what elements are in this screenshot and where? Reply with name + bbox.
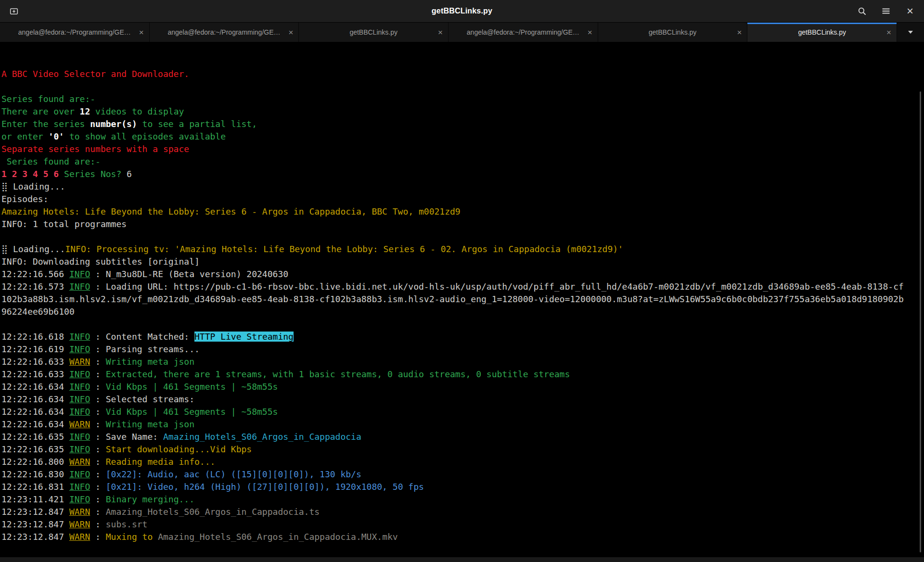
terminal-line: 1 2 3 4 5 6 Series Nos? 6	[1, 168, 924, 180]
tab-5[interactable]: getBBCLinks.py×	[598, 23, 748, 42]
text-segment: 12:23:12.847	[1, 519, 69, 529]
text-segment: HTTP Live Streaming	[194, 332, 294, 342]
tab-label: getBBCLinks.py	[798, 28, 846, 36]
text-segment: 12:22:16.633	[1, 369, 69, 379]
text-segment: Binary merging...	[106, 494, 194, 504]
text-segment: Series found are:-	[1, 94, 95, 104]
tab-close-icon[interactable]: ×	[737, 28, 742, 37]
text-segment: WARN	[69, 507, 90, 517]
text-segment: INFO	[69, 382, 90, 392]
window-bottom-edge	[0, 557, 924, 562]
text-segment: :	[90, 419, 106, 429]
text-segment: videos to display	[90, 106, 184, 116]
terminal-line: Amazing Hotels: Life Beyond the Lobby: S…	[1, 205, 924, 218]
text-segment: 12:22:16.566	[1, 269, 69, 279]
terminal-line: 12:22:16.634 INFO : Selected streams:	[1, 393, 924, 406]
text-segment: Start downloading...Vid Kbps	[106, 444, 252, 454]
tab-label: angela@fedora:~/Programming/GE…	[18, 28, 131, 36]
terminal-line: 12:22:16.634 INFO : Vid Kbps | 461 Segme…	[1, 406, 924, 418]
search-button[interactable]	[854, 3, 870, 19]
terminal-line: 12:22:16.573 INFO : Loading URL: https:/…	[1, 281, 924, 293]
text-segment: 6	[127, 169, 132, 179]
text-segment: : Loading URL: https://pub-c1-b6-rbsov-b…	[90, 281, 904, 292]
text-segment: 12:22:16.634	[1, 382, 69, 392]
text-segment: INFO	[69, 269, 90, 279]
text-segment: There are over	[1, 106, 80, 116]
terminal-line: 12:22:16.634 INFO : Vid Kbps | 461 Segme…	[1, 381, 924, 393]
text-segment: Series Nos?	[59, 169, 127, 179]
text-segment: :	[90, 494, 106, 504]
tab-3[interactable]: getBBCLinks.py×	[299, 23, 449, 42]
terminal-line: INFO: Downloading subtitles [original]	[1, 255, 924, 268]
new-tab-icon	[10, 7, 18, 15]
text-segment: 102b3a88b3.ism.hlsv2.ism/vf_m0021zdb_d34…	[1, 294, 904, 304]
new-tab-button[interactable]	[6, 3, 22, 19]
tab-close-icon[interactable]: ×	[139, 28, 144, 37]
terminal-line: 12:23:11.421 INFO : Binary merging...	[1, 493, 924, 506]
text-segment: ⣿ Loading...	[1, 181, 65, 192]
terminal-line: 12:22:16.566 INFO : N_m3u8DL-RE (Beta ve…	[1, 268, 924, 281]
header-left	[6, 3, 22, 19]
chevron-down-icon	[908, 31, 913, 34]
text-segment: 12:23:11.421	[1, 494, 69, 504]
terminal-line: 12:23:12.847 WARN : Muxing to Amazing_Ho…	[1, 531, 924, 543]
text-segment: Vid Kbps | 461 Segments | ~58m55s	[106, 382, 278, 392]
terminal-line: INFO: 1 total programmes	[1, 218, 924, 230]
tab-2[interactable]: angela@fedora:~/Programming/GE…×	[150, 23, 299, 42]
text-segment: Enter the series	[1, 119, 90, 129]
terminal-line: 12:22:16.633 INFO : Extracted, there are…	[1, 368, 924, 381]
close-window-button[interactable]: ×	[902, 3, 918, 19]
terminal-output[interactable]: A BBC Video Selector and Downloader.Seri…	[0, 42, 924, 562]
text-segment: 12:22:16.633	[1, 357, 69, 367]
text-segment: 12:22:16.634	[1, 407, 69, 417]
window-title: getBBCLinks.py	[432, 7, 492, 15]
terminal-line: Series found are:-	[1, 93, 924, 105]
text-segment: 12:23:12.847	[1, 507, 69, 517]
terminal-line: 12:22:16.635 INFO : Save Name: Amazing_H…	[1, 431, 924, 443]
text-segment: subs.srt	[106, 519, 148, 529]
tab-label: angela@fedora:~/Programming/GE…	[167, 28, 280, 36]
text-segment: :	[90, 482, 106, 492]
text-segment: WARN	[69, 532, 90, 542]
terminal-line	[1, 80, 924, 93]
text-segment: 12:22:16.619	[1, 344, 69, 354]
scrollbar[interactable]	[920, 91, 921, 552]
text-segment: A BBC Video Selector and Downloader.	[1, 69, 189, 79]
tab-1[interactable]: angela@fedora:~/Programming/GE…×	[0, 23, 150, 42]
tab-overflow-button[interactable]	[897, 23, 924, 42]
text-segment: 12:22:16.830	[1, 469, 69, 479]
tab-strip: angela@fedora:~/Programming/GE…×angela@f…	[0, 23, 897, 42]
terminal-line: ⣿ Loading...	[1, 180, 924, 193]
text-segment: INFO	[69, 344, 90, 354]
tab-close-icon[interactable]: ×	[438, 28, 443, 37]
text-segment: Writing meta json	[106, 357, 194, 367]
hamburger-menu-icon	[882, 7, 890, 15]
text-segment: : N_m3u8DL-RE (Beta version) 20240630	[90, 269, 288, 279]
text-segment: :	[90, 457, 106, 467]
text-segment: 12:22:16.635	[1, 444, 69, 454]
tab-close-icon[interactable]: ×	[288, 28, 293, 37]
tab-close-icon[interactable]: ×	[886, 28, 891, 37]
text-segment: INFO	[69, 407, 90, 417]
terminal-line: ⣿ Loading...INFO: Processing tv: 'Amazin…	[1, 243, 924, 255]
text-segment: [0x21]: Video, h264 (High) ([27][0][0][0…	[106, 482, 424, 492]
terminal-line: Episodes:	[1, 193, 924, 205]
search-icon	[858, 7, 866, 15]
header-bar: getBBCLinks.py	[0, 0, 924, 22]
menu-button[interactable]	[878, 3, 894, 19]
text-segment: 12:23:12.847	[1, 532, 69, 542]
tab-label: angela@fedora:~/Programming/GE…	[467, 28, 579, 36]
text-segment: : Save Name:	[90, 432, 163, 442]
text-segment: [0x22]: Audio, aac (LC) ([15][0][0][0]),…	[106, 469, 361, 479]
tab-bar: angela@fedora:~/Programming/GE…×angela@f…	[0, 22, 924, 42]
text-segment: Vid Kbps | 461 Segments | ~58m55s	[106, 407, 278, 417]
terminal-line: There are over 12 videos to display	[1, 105, 924, 118]
tab-6[interactable]: getBBCLinks.py×	[747, 23, 897, 42]
tab-4[interactable]: angela@fedora:~/Programming/GE…×	[449, 23, 598, 42]
text-segment: WARN	[69, 457, 90, 467]
text-segment: to see a partial list,	[137, 119, 257, 129]
text-segment: Amazing_Hotels_S06_Argos_in_Cappadocia	[163, 432, 361, 442]
text-segment: 96224ee69b6100	[1, 307, 75, 317]
close-icon: ×	[907, 5, 913, 17]
tab-close-icon[interactable]: ×	[588, 28, 592, 37]
